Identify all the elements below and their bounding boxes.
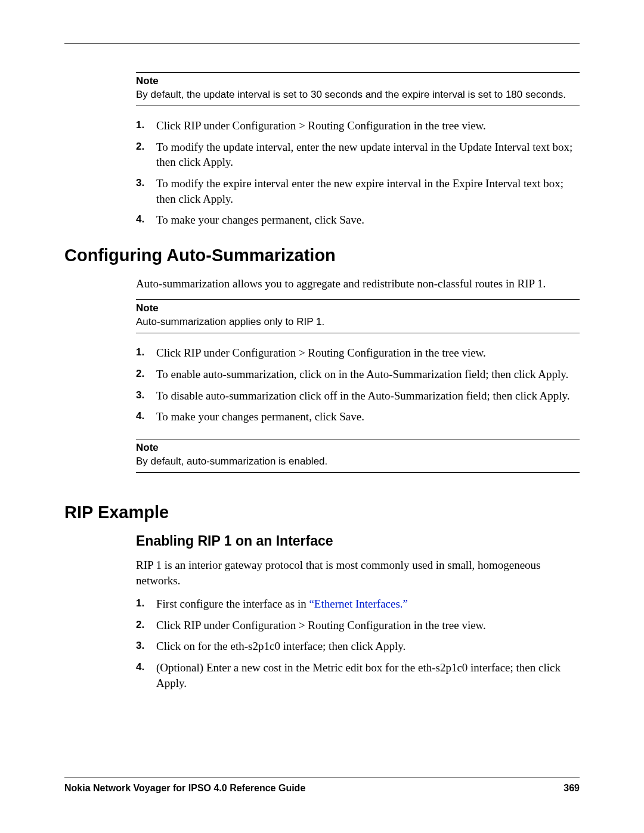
step-text: To modify the expire interval enter the … (156, 176, 580, 206)
header-rule (64, 43, 580, 44)
footer-rule (64, 778, 580, 778)
note-rule (136, 333, 580, 333)
note-text: By default, the update interval is set t… (136, 88, 580, 102)
step-text: Click on for the eth-s2p1c0 interface; t… (156, 639, 580, 654)
section-heading-rip-example: RIP Example (64, 503, 580, 522)
step-number: 1. (136, 345, 154, 360)
step-text: Click RIP under Configuration > Routing … (156, 118, 580, 134)
step-text: Click RIP under Configuration > Routing … (156, 618, 580, 633)
steps-list-2: 1.Click RIP under Configuration > Routin… (136, 345, 580, 425)
note-block-3: Note By default, auto-summarization is e… (136, 439, 580, 473)
note-block-1: Note By default, the update interval is … (136, 72, 580, 106)
note-rule (136, 472, 580, 473)
list-item: 4.To make your changes permanent, click … (136, 212, 580, 228)
note-text: By default, auto-summarization is enable… (136, 455, 580, 469)
list-item: 3.To disable auto-summarization click of… (136, 388, 580, 404)
step-text: To modify the update interval, enter the… (156, 140, 580, 170)
note-label: Note (136, 75, 580, 87)
footer-title: Nokia Network Voyager for IPSO 4.0 Refer… (64, 783, 305, 794)
ethernet-interfaces-link[interactable]: “Ethernet Interfaces.” (309, 597, 408, 610)
list-item: 2.To modify the update interval, enter t… (136, 140, 580, 170)
subsection-intro: RIP 1 is an interior gateway protocol th… (136, 558, 580, 588)
note-rule (136, 106, 580, 106)
list-item: 4.To make your changes permanent, click … (136, 409, 580, 425)
note-label: Note (136, 442, 580, 454)
section-intro: Auto-summarization allows you to aggrega… (136, 276, 580, 292)
step-number: 4. (136, 212, 154, 227)
note-block-2: Note Auto-summarization applies only to … (136, 299, 580, 333)
note-rule (136, 299, 580, 300)
step-number: 1. (136, 596, 154, 611)
note-rule (136, 72, 580, 73)
list-item: 3.To modify the expire interval enter th… (136, 176, 580, 206)
step-number: 2. (136, 140, 154, 154)
steps-list-1: 1.Click RIP under Configuration > Routin… (136, 118, 580, 228)
list-item: 2.To enable auto-summarization, click on… (136, 367, 580, 382)
subsection-heading-enabling-rip1: Enabling RIP 1 on an Interface (136, 533, 580, 549)
step-number: 3. (136, 639, 154, 653)
step-text: To disable auto-summarization click off … (156, 388, 580, 404)
note-text: Auto-summarization applies only to RIP 1… (136, 315, 580, 329)
page-footer: Nokia Network Voyager for IPSO 4.0 Refer… (64, 778, 580, 794)
step-text: First configure the interface as in “Eth… (156, 596, 580, 612)
step-text-prefix: First configure the interface as in (156, 597, 309, 610)
step-number: 4. (136, 660, 154, 674)
list-item: 1. First configure the interface as in “… (136, 596, 580, 612)
list-item: 1.Click RIP under Configuration > Routin… (136, 118, 580, 134)
step-text: To make your changes permanent, click Sa… (156, 212, 580, 228)
step-number: 3. (136, 176, 154, 190)
note-rule (136, 439, 580, 439)
page-number: 369 (564, 783, 580, 794)
list-item: 4.(Optional) Enter a new cost in the Met… (136, 660, 580, 690)
step-text: To make your changes permanent, click Sa… (156, 409, 580, 425)
list-item: 2.Click RIP under Configuration > Routin… (136, 618, 580, 633)
step-text: (Optional) Enter a new cost in the Metri… (156, 660, 580, 690)
step-number: 2. (136, 367, 154, 381)
note-label: Note (136, 302, 580, 314)
step-number: 1. (136, 118, 154, 132)
step-text: Click RIP under Configuration > Routing … (156, 345, 580, 361)
step-number: 3. (136, 388, 154, 402)
list-item: 3.Click on for the eth-s2p1c0 interface;… (136, 639, 580, 654)
list-item: 1.Click RIP under Configuration > Routin… (136, 345, 580, 361)
step-number: 4. (136, 409, 154, 423)
steps-list-3: 1. First configure the interface as in “… (136, 596, 580, 690)
section-heading-auto-summarization: Configuring Auto-Summarization (64, 246, 580, 265)
step-text: To enable auto-summarization, click on i… (156, 367, 580, 382)
step-number: 2. (136, 618, 154, 632)
